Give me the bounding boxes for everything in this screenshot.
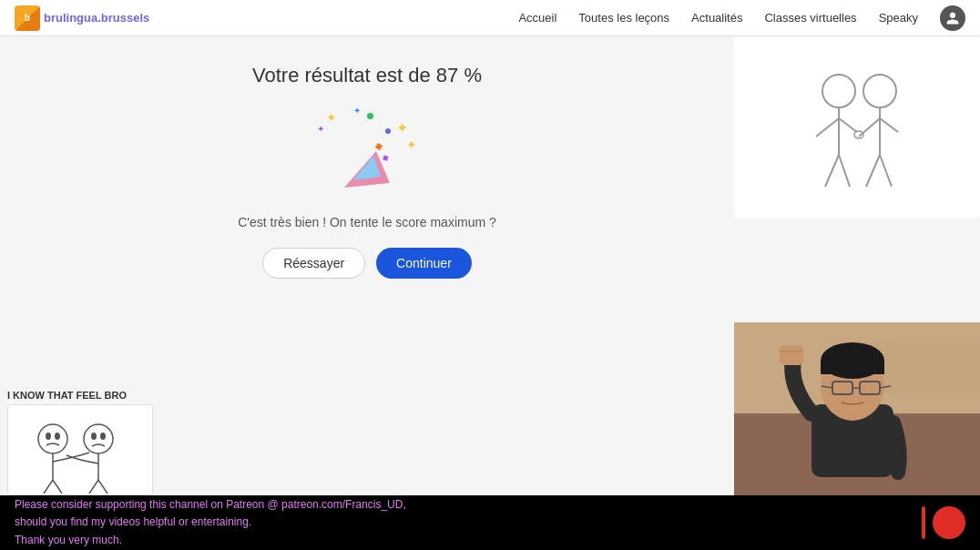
bottom-bar-line2: should you find my videos helpful or ent… (15, 515, 251, 528)
meme-drawing (7, 404, 153, 495)
subtitle: C'est très bien ! On tente le score maxi… (238, 215, 496, 229)
meme-label: I KNOW THAT FEEL BRO (0, 386, 182, 404)
dot-icon-1 (367, 113, 373, 119)
navigation: b brulingua.brussels Accueil Toutes les … (0, 0, 980, 36)
svg-rect-43 (780, 345, 803, 365)
logo-icon: b (15, 5, 40, 31)
svg-rect-2 (375, 143, 383, 150)
nav-links: Accueil Toutes les leçons Actualités Cla… (518, 5, 965, 31)
star-icon-3: ✦ (353, 106, 361, 116)
svg-rect-37 (821, 361, 884, 374)
star-icon-2: ✦ (317, 124, 324, 134)
party-popper-icon (326, 124, 399, 197)
patreon-logo (922, 506, 965, 539)
bottom-bar-text: Please consider supporting this channel … (15, 496, 907, 549)
bottom-bar-line3: Thank you very much. (15, 534, 122, 546)
continue-button[interactable]: Continuer (376, 248, 472, 279)
svg-point-26 (91, 433, 97, 440)
logo[interactable]: b brulingua.brussels (15, 5, 149, 31)
star-icon-1: ✦ (326, 110, 337, 125)
svg-point-20 (46, 433, 51, 440)
svg-point-21 (55, 433, 60, 440)
sign-language-illustration (775, 46, 939, 209)
nav-link-actualites[interactable]: Actualités (691, 11, 742, 25)
user-avatar[interactable] (940, 5, 965, 31)
bottom-bar: Please consider supporting this channel … (0, 495, 980, 550)
svg-rect-3 (383, 156, 388, 161)
action-buttons: Réessayer Continuer (262, 248, 472, 279)
patreon-circle-icon (933, 506, 965, 539)
patreon-bar-icon (922, 506, 925, 539)
video-content (734, 322, 980, 495)
nav-link-classes[interactable]: Classes virtuelles (764, 11, 856, 25)
confetti-area: ✦ ✦ ✦ ✦ ✦ (312, 106, 422, 197)
spark-icon: ✦ (406, 138, 417, 152)
result-title: Votre résultat est de 87 % (252, 64, 482, 87)
retry-button[interactable]: Réessayer (262, 248, 365, 279)
nav-link-accueil[interactable]: Accueil (518, 11, 556, 25)
sign-drawing (734, 36, 980, 219)
svg-rect-18 (12, 407, 148, 494)
svg-rect-4 (775, 46, 939, 209)
video-placeholder (734, 322, 980, 495)
bottom-bar-line1: Please consider supporting this channel … (15, 498, 406, 511)
sign-language-card (734, 36, 980, 219)
meme-illustration (12, 407, 148, 494)
nav-link-lecons[interactable]: Toutes les leçons (578, 11, 669, 25)
svg-point-27 (100, 433, 106, 440)
main-content: Votre résultat est de 87 % ✦ ✦ ✦ ✦ ✦ C'e… (0, 36, 980, 495)
nav-link-speaky[interactable]: Speaky (879, 11, 918, 25)
meme-section: I KNOW THAT FEEL BRO (0, 386, 182, 495)
video-panel (734, 322, 980, 495)
logo-text: brulingua.brussels (44, 11, 149, 25)
